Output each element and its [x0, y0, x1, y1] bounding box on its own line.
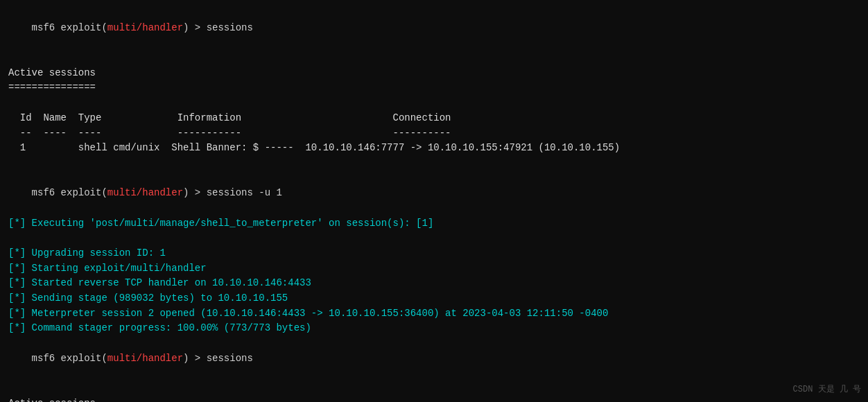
- prompt-suffix-3: ) > sessions: [183, 353, 253, 364]
- terminal-line-blank-3: [8, 156, 860, 171]
- active-sessions-label-2: Active sessions: [8, 396, 860, 402]
- terminal-line-3: msf6 exploit(multi/handler) > sessions: [8, 336, 860, 381]
- prompt-highlight-2: multi/handler: [107, 187, 183, 198]
- sessions-separator-1: ===============: [8, 80, 860, 96]
- info-line-5: [*] Sending stage (989032 bytes) to 10.1…: [8, 291, 860, 306]
- prompt-highlight-1: multi/handler: [107, 22, 183, 33]
- info-line-2: [*] Upgrading session ID: 1: [8, 246, 860, 261]
- prompt-prefix-3: msf6 exploit(: [32, 353, 107, 364]
- terminal-line-blank-2: [8, 96, 860, 111]
- active-sessions-label-1: Active sessions: [8, 66, 860, 81]
- prompt-suffix-1: ) > sessions: [183, 22, 253, 33]
- terminal-line-1: msf6 exploit(multi/handler) > sessions: [8, 6, 860, 51]
- terminal-line-blank-5: [8, 381, 860, 396]
- prompt-prefix-2: msf6 exploit(: [32, 187, 107, 198]
- info-line-4: [*] Started reverse TCP handler on 10.10…: [8, 276, 860, 291]
- prompt-highlight-3: multi/handler: [107, 353, 183, 364]
- table-header-sep-1: -- ---- ---- ----------- ----------: [8, 126, 860, 141]
- info-line-3: [*] Starting exploit/multi/handler: [8, 261, 860, 277]
- terminal-line-blank-1: [8, 51, 860, 66]
- terminal-line-blank-4: [8, 231, 860, 246]
- terminal: msf6 exploit(multi/handler) > sessions A…: [0, 0, 868, 402]
- table-header-1: Id Name Type Information Connection: [8, 111, 860, 126]
- prompt-suffix-2: ) > sessions -u 1: [183, 187, 282, 198]
- info-line-7: [*] Command stager progress: 100.00% (77…: [8, 321, 860, 336]
- terminal-line-2: msf6 exploit(multi/handler) > sessions -…: [8, 171, 860, 216]
- info-line-1: [*] Executing 'post/multi/manage/shell_t…: [8, 216, 860, 231]
- prompt-prefix-1: msf6 exploit(: [32, 22, 107, 33]
- info-line-6: [*] Meterpreter session 2 opened (10.10.…: [8, 306, 860, 322]
- table-row-1: 1 shell cmd/unix Shell Banner: $ ----- 1…: [8, 141, 860, 156]
- watermark: CSDN 天是 几 号: [793, 383, 861, 395]
